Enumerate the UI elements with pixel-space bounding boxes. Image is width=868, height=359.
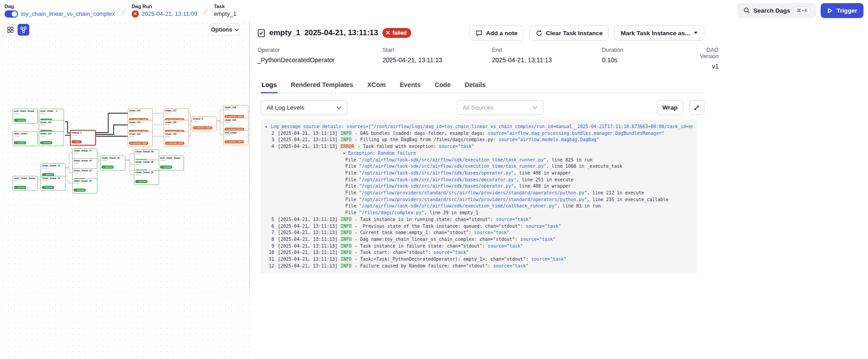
log-level-select[interactable]: All Log Levels: [261, 100, 347, 115]
log-line: 11[2025-04-21, 13:11:13] INFO - Task:<Ta…: [265, 256, 693, 263]
operator-value: _PythonDecoratedOperator: [257, 56, 382, 64]
graph-node-end_chain_linear[interactable]: end_chain_linear@Task✓ success: [159, 156, 184, 170]
graph-node-start_chain[interactable]: start_chain@Task✓ success: [13, 131, 38, 146]
graph-node-start_chain_linear[interactable]: start_chain_linear@Task✓ success: [13, 176, 38, 191]
mark-task-instance-as-button[interactable]: Mark Task Instance as...: [614, 25, 704, 41]
status-badge: ✕ failed: [382, 28, 411, 38]
start-value: 2025-04-21, 13:11:13: [382, 56, 492, 64]
note-icon: [476, 30, 482, 37]
operator-label: Operator: [257, 47, 382, 53]
log-line-source[interactable]: ▸ Log message source details: sources=["…: [265, 124, 693, 130]
graph-node-chain_t15[interactable]: chain_t15@Task⊘ upstream_failed: [164, 132, 189, 147]
tab-logs[interactable]: Logs: [261, 78, 278, 93]
log-line: 8[2025-04-21, 13:11:13] INFO - Dag name:…: [265, 236, 693, 243]
log-line-file: File "/opt/airflow/providers/standard/sr…: [265, 190, 693, 197]
log-line-file: File "/opt/airflow/task-sdk/src/airflow/…: [265, 157, 693, 164]
log-line-file: File "/files/dags/complex.py", line 39 i…: [265, 210, 693, 216]
chevron-down-icon: [234, 28, 239, 31]
log-source-select[interactable]: All Sources: [457, 100, 543, 115]
graph-node-chain_linear_t6[interactable]: chain_linear_t6@Task✓ success: [100, 156, 125, 170]
task-name: empty_1: [214, 10, 236, 17]
start-label: Start: [382, 47, 492, 53]
options-label: Options: [211, 27, 232, 33]
graph-node-chain_linear_t5[interactable]: chain_linear_t5@Task✓ success: [134, 170, 159, 185]
task-instance-title: empty_1: [269, 28, 300, 37]
task-instance-panel: empty_1 2025-04-21, 13:11:13 ✕ failed Ad…: [256, 21, 704, 274]
dag-run-failed-icon: ✕: [132, 10, 139, 18]
search-dags-label: Search Dags: [753, 7, 790, 14]
dag-label: Dag: [5, 4, 115, 9]
graph-node-end_chain_linear__1[interactable]: end_chain_linear__1@Task✓ success: [13, 109, 38, 124]
search-dags-button[interactable]: Search Dags ⌘+K: [738, 3, 817, 18]
tab-details[interactable]: Details: [464, 78, 487, 93]
add-note-button[interactable]: Add a note: [469, 25, 524, 41]
task-tabs: LogsRendered TemplatesXComEventsCodeDeta…: [256, 78, 704, 93]
log-output: ▸ Log message source details: sources=["…: [261, 120, 697, 274]
log-line: 9[2025-04-21, 13:11:13] INFO - Task inst…: [265, 243, 693, 250]
search-shortcut-kbd: ⌘+K: [794, 7, 810, 14]
log-line-file: File "/opt/airflow/task-sdk/src/airflow/…: [265, 163, 693, 170]
graph-node-end_chain[interactable]: end_chain@Task⊘ upstream_failed: [223, 130, 248, 145]
dag-run-label: Dag Run: [132, 4, 197, 9]
wrap-button[interactable]: Wrap: [657, 100, 683, 115]
task-instance-run-time: 2025-04-21, 13:11:13: [304, 28, 378, 37]
chevron-down-icon: [533, 106, 537, 109]
graph-options-button[interactable]: Options: [210, 23, 240, 36]
graph-node-chain_linear_t2[interactable]: chain_linear_t2@Task✓ success: [72, 179, 97, 193]
tab-code[interactable]: Code: [434, 78, 451, 93]
log-line: 7[2025-04-21, 13:11:13] INFO - Current t…: [265, 230, 693, 236]
fullscreen-icon[interactable]: [689, 100, 704, 115]
log-line: 10[2025-04-21, 13:11:13] INFO - Task sta…: [265, 249, 693, 256]
dag-pause-toggle[interactable]: [5, 10, 18, 18]
log-line: 6[2025-04-21, 13:11:13] INFO - Previous …: [265, 223, 693, 230]
tab-events[interactable]: Events: [399, 78, 422, 93]
failed-x-icon: ✕: [386, 30, 390, 36]
grid-view-button[interactable]: [5, 24, 16, 36]
breadcrumb-task: Task empty_1: [214, 4, 236, 17]
task-doc-icon: [257, 29, 265, 37]
end-label: End: [492, 47, 602, 53]
duration-label: Duration: [602, 47, 700, 53]
end-value: 2025-04-21, 13:11:13: [492, 56, 602, 64]
log-line-file: File "/opt/airflow/task-sdk/src/airflow/…: [265, 203, 693, 210]
tab-xcom[interactable]: XCom: [366, 78, 386, 93]
panel-resize-divider[interactable]: [249, 21, 250, 292]
log-line: 12[2025-04-21, 13:11:13] INFO - Failure …: [265, 263, 693, 270]
clear-task-instance-button[interactable]: Clear Task Instance: [529, 25, 609, 41]
refresh-icon: [536, 30, 542, 37]
breadcrumb-dag-run: Dag Run ✕ 2025-04-21, 13:11:09: [132, 4, 197, 18]
dag-name-link[interactable]: toy_chain_linear_vs_chain_complex: [21, 10, 115, 17]
chevron-down-icon: [336, 106, 341, 109]
task-label: Task: [214, 4, 236, 9]
graph-node-chain_t10[interactable]: chain_t10@Task✓ success: [39, 131, 64, 146]
log-line-file: File "/opt/airflow/task-sdk/src/airflow/…: [265, 170, 693, 177]
log-line-file: File "/opt/airflow/task-sdk/src/airflow/…: [265, 177, 693, 184]
search-icon: [744, 7, 750, 14]
trigger-label: Trigger: [836, 7, 857, 14]
play-icon: [827, 8, 833, 14]
trigger-button[interactable]: Trigger: [821, 3, 863, 18]
graph-view-button[interactable]: [18, 24, 29, 36]
graph-node-empty_2[interactable]: empty_2@Task⊘ upstream_failed: [192, 116, 217, 131]
log-line-file: File "/opt/airflow/task-sdk/src/airflow/…: [265, 183, 693, 190]
log-line-exception[interactable]: ▾ Exception: Random failure: [265, 150, 693, 157]
app-header: Dag toy_chain_linear_vs_chain_complex / …: [0, 0, 868, 21]
dag-graph-panel: end_chain_linear__1@Task✓ successstart_c…: [0, 21, 249, 359]
breadcrumb-dag: Dag toy_chain_linear_vs_chain_complex: [5, 4, 115, 18]
dag-run-link[interactable]: 2025-04-21, 13:11:09: [142, 10, 197, 17]
breadcrumb-separator: /: [203, 7, 207, 17]
graph-node-chain_t12[interactable]: chain_t12@Task⊘ upstream_failed: [128, 132, 153, 147]
log-line: 3[2025-04-21, 13:11:13] INFO - Filling u…: [265, 137, 693, 143]
log-line: 2[2025-04-21, 13:11:13] INFO - DAG bundl…: [265, 130, 693, 137]
breadcrumb-separator: /: [121, 7, 125, 17]
graph-node-empty_1[interactable]: empty_1@Task✕ failed: [70, 130, 96, 146]
graph-node-chain_linear_t0[interactable]: chain_linear_t0@Task✓ success: [41, 176, 66, 191]
duration-value: 0.10s: [602, 56, 700, 64]
log-line-file: File "/opt/airflow/providers/standard/sr…: [265, 197, 693, 203]
dag-version-label: DAG Version: [700, 47, 719, 60]
dag-version-value: v1: [700, 63, 719, 70]
tab-rendered-templates[interactable]: Rendered Templates: [290, 78, 354, 93]
log-line: 5[2025-04-21, 13:11:13] INFO - Task inst…: [265, 216, 693, 223]
breadcrumb: Dag toy_chain_linear_vs_chain_complex / …: [5, 4, 236, 18]
log-line: 4[2025-04-21, 13:11:13] ERROR - Task fai…: [265, 143, 693, 150]
